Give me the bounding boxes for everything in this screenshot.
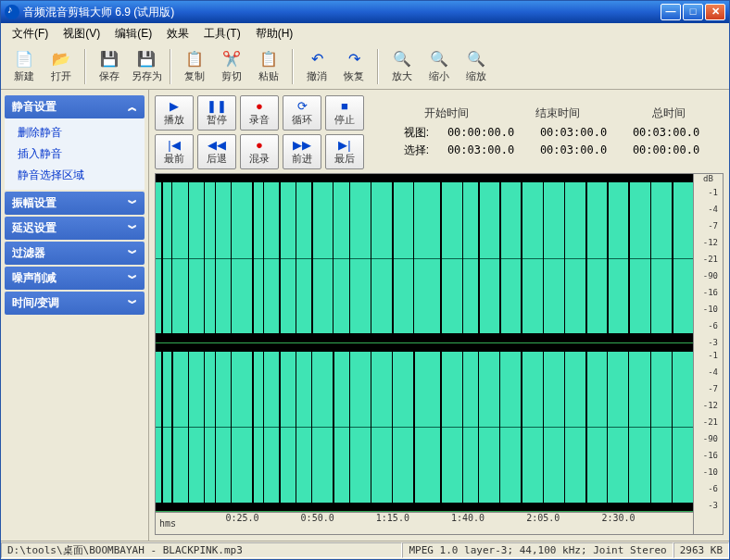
menu-help[interactable]: 帮助(H) <box>250 24 299 44</box>
play-icon: ▶ <box>170 100 179 113</box>
zoomout-button[interactable]: 🔍缩小 <box>422 46 457 87</box>
chevron-down-icon: ︾ <box>128 222 137 235</box>
last-icon: ▶| <box>338 139 350 152</box>
mix-button[interactable]: ●混录 <box>240 134 279 169</box>
stop-icon: ■ <box>341 100 348 113</box>
undo-button[interactable]: ↶撤消 <box>299 46 334 87</box>
minimize-button[interactable]: ― <box>661 4 681 20</box>
pause-button[interactable]: ❚❚暂停 <box>197 95 236 131</box>
content-area: 静音设置︽ 删除静音 插入静音 静音选择区域 振幅设置︾ 延迟设置︾ 过滤器︾ … <box>1 90 729 541</box>
cut-icon: ✂️ <box>222 49 241 68</box>
forward-button[interactable]: ▶▶前进 <box>283 134 321 169</box>
loop-icon: ⟳ <box>297 100 308 113</box>
axis-unit: hms <box>159 518 176 529</box>
save-icon: 💾 <box>100 49 119 68</box>
total-time-label: 总时间 <box>623 106 715 121</box>
paste-button[interactable]: 📋粘贴 <box>251 46 286 87</box>
view-total: 00:03:00.0 <box>620 126 712 139</box>
time-info: 开始时间 结束时间 总时间 视图: 00:00:00.0 00:03:00.0 … <box>392 106 724 160</box>
view-end: 00:03:00.0 <box>527 126 620 139</box>
close-button[interactable]: ✕ <box>705 4 725 20</box>
window-title: 音频混音剪辑大师 6.9 (试用版) <box>23 5 661 20</box>
redo-icon: ↷ <box>345 49 363 68</box>
end-time-label: 结束时间 <box>511 106 604 121</box>
start-time-label: 开始时间 <box>400 106 493 121</box>
select-total: 00:00:00.0 <box>620 143 712 156</box>
redo-button[interactable]: ↷恢复 <box>336 46 371 87</box>
undo-icon: ↶ <box>308 49 326 68</box>
sidebar-filter-header[interactable]: 过滤器︾ <box>5 242 145 265</box>
maximize-button[interactable]: □ <box>683 4 703 20</box>
chevron-down-icon: ︾ <box>128 247 137 260</box>
open-icon: 📂 <box>52 49 70 68</box>
waveform-left-channel[interactable] <box>156 174 693 343</box>
sidebar-amp-header[interactable]: 振幅设置︾ <box>5 192 145 215</box>
toolbar: 📄新建 📂打开 💾保存 💾另存为 📋复制 ✂️剪切 📋粘贴 ↶撤消 ↷恢复 🔍放… <box>1 44 729 90</box>
waveform-right-channel[interactable] <box>156 343 693 513</box>
status-extra: 2963 KB <box>673 542 729 558</box>
sidebar-link-mute-selection[interactable]: 静音选择区域 <box>5 165 145 186</box>
sidebar-link-delete-mute[interactable]: 删除静音 <box>5 122 145 143</box>
mix-icon: ● <box>256 139 263 152</box>
open-button[interactable]: 📂打开 <box>44 46 79 87</box>
zoom-icon: 🔍 <box>467 49 485 68</box>
app-window: 音频混音剪辑大师 6.9 (试用版) ― □ ✕ 文件(F) 视图(V) 编辑(… <box>0 0 730 560</box>
time-axis: hms 0:25.0 0:50.0 1:15.0 1:40.0 2:05.0 2… <box>156 512 693 534</box>
main-panel: ▶播放 ❚❚暂停 ●录音 ⟳循环 ■停止 |◀最前 ◀◀后退 ●混录 ▶▶前进 … <box>149 90 729 541</box>
menu-edit[interactable]: 编辑(E) <box>109 24 157 44</box>
sidebar-pitch-header[interactable]: 时间/变调︾ <box>5 292 145 315</box>
new-button[interactable]: 📄新建 <box>6 46 42 87</box>
back-button[interactable]: ◀◀后退 <box>197 134 236 169</box>
chevron-down-icon: ︾ <box>128 272 137 285</box>
sidebar-delay-header[interactable]: 延迟设置︾ <box>5 217 145 240</box>
select-end: 00:03:00.0 <box>527 143 620 156</box>
stop-button[interactable]: ■停止 <box>325 95 364 131</box>
menubar: 文件(F) 视图(V) 编辑(E) 效果 工具(T) 帮助(H) <box>1 23 729 44</box>
loop-button[interactable]: ⟳循环 <box>283 95 321 131</box>
sidebar-mute-header[interactable]: 静音设置︽ <box>5 95 145 118</box>
select-start: 00:03:00.0 <box>434 143 527 156</box>
sidebar-link-insert-mute[interactable]: 插入静音 <box>5 143 145 165</box>
db-scale: dB -1-4-7-12-21-90-16-10-6-3 -1-4-7-12-2… <box>693 174 723 534</box>
menu-tool[interactable]: 工具(T) <box>198 24 245 44</box>
pause-icon: ❚❚ <box>207 100 227 113</box>
sidebar-noise-header[interactable]: 噪声削减︾ <box>5 267 145 290</box>
menu-view[interactable]: 视图(V) <box>57 24 106 44</box>
record-icon: ● <box>256 100 263 113</box>
record-button[interactable]: ●录音 <box>240 95 279 131</box>
separator <box>377 49 379 84</box>
separator <box>292 49 294 84</box>
saveas-icon: 💾 <box>137 49 156 68</box>
status-path: D:\tools\桌面\BOOMBAYAH - BLACKPINK.mp3 <box>1 542 402 558</box>
view-label: 视图: <box>392 125 429 141</box>
status-format: MPEG 1.0 layer-3; 44,100 kHz; Joint Ster… <box>402 542 673 558</box>
first-button[interactable]: |◀最前 <box>155 134 194 169</box>
copy-button[interactable]: 📋复制 <box>177 46 212 87</box>
select-label: 选择: <box>392 143 429 158</box>
back-icon: ◀◀ <box>208 139 226 152</box>
first-icon: |◀ <box>168 139 180 152</box>
zoomin-icon: 🔍 <box>393 49 411 68</box>
forward-icon: ▶▶ <box>293 139 311 152</box>
separator <box>170 49 171 84</box>
save-button[interactable]: 💾保存 <box>92 46 127 87</box>
cut-button[interactable]: ✂️剪切 <box>214 46 249 87</box>
zoomout-icon: 🔍 <box>430 49 448 68</box>
app-icon <box>5 5 19 19</box>
copy-icon: 📋 <box>185 49 204 68</box>
chevron-down-icon: ︾ <box>128 297 137 310</box>
saveas-button[interactable]: 💾另存为 <box>129 46 164 87</box>
zoom-button[interactable]: 🔍缩放 <box>459 46 494 87</box>
zoomin-button[interactable]: 🔍放大 <box>384 46 420 87</box>
last-button[interactable]: ▶|最后 <box>325 134 364 169</box>
chevron-down-icon: ︾ <box>128 197 137 210</box>
paste-icon: 📋 <box>259 49 278 68</box>
chevron-up-icon: ︽ <box>128 101 137 114</box>
view-start: 00:00:00.0 <box>434 126 527 139</box>
titlebar[interactable]: 音频混音剪辑大师 6.9 (试用版) ― □ ✕ <box>1 1 729 23</box>
play-button[interactable]: ▶播放 <box>155 95 194 131</box>
sidebar: 静音设置︽ 删除静音 插入静音 静音选择区域 振幅设置︾ 延迟设置︾ 过滤器︾ … <box>1 90 149 541</box>
new-icon: 📄 <box>15 49 33 68</box>
menu-effect[interactable]: 效果 <box>161 24 195 44</box>
menu-file[interactable]: 文件(F) <box>6 24 54 44</box>
